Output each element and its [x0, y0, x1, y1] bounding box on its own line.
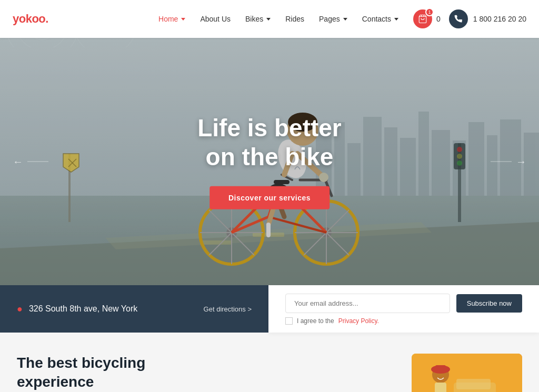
directions-link[interactable]: Get directions >	[204, 305, 252, 313]
phone-number: 1 800 216 20 20	[473, 15, 526, 23]
address-text: 326 South 8th ave, New York	[29, 304, 137, 314]
address-section: ● 326 South 8th ave, New York Get direct…	[0, 285, 268, 333]
cart-badge: 1	[425, 8, 434, 16]
hero-cta-button[interactable]: Discover our services	[209, 186, 330, 209]
address-wrap: ● 326 South 8th ave, New York	[17, 304, 137, 315]
bottom-text: The best bicycling experience	[17, 354, 239, 392]
chevron-down-icon	[181, 18, 185, 21]
svg-rect-70	[435, 365, 446, 373]
cart-button[interactable]: 1 0	[413, 9, 441, 28]
hero-content: Life is better on the bike Discover our …	[197, 114, 342, 209]
cart-icon	[418, 14, 427, 24]
svg-rect-66	[456, 379, 491, 389]
prev-slide-button[interactable]: ←	[13, 156, 48, 168]
chevron-down-icon	[394, 18, 398, 21]
hero-title: Life is better on the bike	[197, 114, 342, 172]
nav-item-about[interactable]: About Us	[200, 15, 231, 23]
logo-dot: .	[45, 12, 48, 25]
hero-section: Life is better on the bike Discover our …	[0, 38, 539, 285]
person-image-placeholder	[412, 354, 522, 392]
nav-item-home[interactable]: Home	[158, 15, 185, 23]
person-bike-image	[412, 354, 522, 392]
nav-item-rides[interactable]: Rides	[285, 15, 304, 23]
phone-icon	[454, 15, 463, 23]
privacy-policy-link[interactable]: Privacy Policy.	[338, 317, 379, 325]
subscribe-section: Subscribe now I agree to the Privacy Pol…	[268, 285, 539, 333]
info-bar: ● 326 South 8th ave, New York Get direct…	[0, 285, 539, 333]
cart-count: 0	[436, 15, 441, 23]
logo[interactable]: yokoo.	[13, 12, 48, 26]
header-right: 1 0 1 800 216 20 20	[413, 9, 526, 28]
next-slide-button[interactable]: →	[491, 156, 526, 168]
chevron-down-icon	[266, 18, 271, 21]
logo-text: yokoo	[13, 12, 45, 25]
bottom-title: The best bicycling experience	[17, 354, 239, 392]
privacy-checkbox[interactable]	[285, 317, 293, 325]
phone-icon-wrap	[449, 9, 468, 28]
bottom-section: The best bicycling experience	[0, 333, 539, 392]
cart-icon-wrap: 1	[413, 9, 432, 28]
main-nav: Home About Us Bikes Rides Pages Contacts	[158, 15, 398, 23]
subscribe-row: Subscribe now I agree to the Privacy Pol…	[285, 294, 522, 325]
subscribe-inputs: Subscribe now	[285, 294, 522, 313]
svg-rect-71	[435, 383, 446, 392]
nav-item-contacts[interactable]: Contacts	[362, 15, 398, 23]
phone-button[interactable]: 1 800 216 20 20	[449, 9, 526, 28]
email-input[interactable]	[285, 294, 450, 313]
subscribe-button[interactable]: Subscribe now	[456, 294, 522, 313]
nav-item-bikes[interactable]: Bikes	[245, 15, 271, 23]
nav-item-pages[interactable]: Pages	[319, 15, 347, 23]
header: yokoo. Home About Us Bikes Rides Pages C…	[0, 0, 539, 38]
privacy-row: I agree to the Privacy Policy.	[285, 317, 522, 325]
pin-icon: ●	[17, 304, 23, 315]
chevron-down-icon	[343, 18, 347, 21]
bottom-image	[260, 354, 522, 392]
